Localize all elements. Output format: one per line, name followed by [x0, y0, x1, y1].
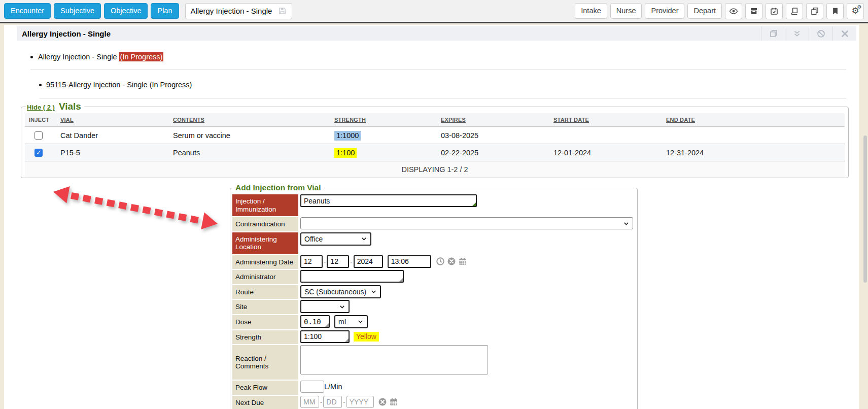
inject-checkbox[interactable]	[34, 131, 43, 140]
column-strength[interactable]: STRENGTH	[330, 113, 437, 127]
admin-date-month-input[interactable]	[300, 255, 323, 268]
admin-time-input[interactable]	[388, 255, 431, 268]
dose-input[interactable]	[300, 315, 330, 328]
contraindication-select[interactable]	[300, 217, 633, 229]
toolbar-right-group: Intake Nurse Provider Depart	[575, 3, 864, 19]
admin-date-row: Administering Date - -	[232, 255, 633, 269]
route-select[interactable]: SC (Subcutaneous)	[300, 285, 381, 298]
vial-cell: P15-5	[56, 144, 169, 161]
copy-pages-icon[interactable]	[806, 3, 823, 19]
column-start-date[interactable]: START DATE	[549, 113, 662, 127]
next-due-year-input[interactable]	[346, 396, 374, 408]
table-footer-row: DISPLAYING 1-2 / 2	[25, 161, 845, 178]
close-icon[interactable]	[832, 26, 856, 41]
panel-book-icon[interactable]	[761, 26, 785, 41]
next-due-day-input[interactable]	[323, 396, 342, 408]
scrollbar-track[interactable]	[859, 25, 868, 409]
toolbar-nav-group: Encounter Subjective Objective Plan Alle…	[4, 3, 292, 19]
vials-legend: Hide ( 2 ) Vials	[26, 101, 84, 112]
end-date-cell	[662, 127, 845, 144]
site-row: Site	[232, 300, 633, 314]
collapse-double-chevron-icon[interactable]	[785, 26, 809, 41]
active-note-button[interactable]: Allergy Injection - Single	[185, 3, 293, 19]
column-expires[interactable]: EXPIRES	[437, 113, 549, 127]
vials-header-row: INJECT VIAL CONTENTS STRENGTH EXPIRES ST…	[25, 113, 845, 127]
column-contents[interactable]: CONTENTS	[169, 113, 330, 127]
contents-cell: Peanuts	[169, 144, 330, 161]
bullet-dot	[30, 56, 33, 58]
next-due-label: Next Due	[232, 396, 298, 409]
intake-button[interactable]: Intake	[575, 3, 607, 19]
inject-checkbox[interactable]	[34, 149, 43, 157]
nurse-button[interactable]: Nurse	[610, 3, 642, 19]
chevron-down-icon	[361, 235, 367, 242]
cancel-circle-icon[interactable]	[809, 26, 832, 41]
hide-vials-link[interactable]: Hide ( 2 )	[27, 104, 55, 111]
bullet-dot	[39, 84, 42, 86]
calendar-check-icon[interactable]	[766, 3, 783, 19]
administrator-input[interactable]	[300, 270, 404, 283]
eye-icon[interactable]	[725, 3, 742, 19]
clock-icon[interactable]	[436, 257, 445, 266]
route-value: SC (Subcutaneous)	[304, 288, 366, 296]
column-end-date[interactable]: END DATE	[662, 113, 845, 127]
book-icon[interactable]	[786, 3, 803, 19]
calendar-icon[interactable]	[389, 397, 398, 406]
date-separator: -	[324, 258, 326, 265]
settings-gears-icon[interactable]: ⚙⚙	[847, 3, 864, 19]
note-status-text: Allergy Injection - Single	[38, 53, 117, 61]
administering-location-select[interactable]: Office	[300, 232, 371, 246]
arrowhead-left	[52, 183, 70, 203]
bookmark-icon[interactable]	[826, 3, 844, 19]
strength-label: Strength	[232, 330, 298, 345]
column-vial[interactable]: VIAL	[56, 113, 169, 127]
table-row: Cat Dander Serum or vaccine 1:1000 03-08…	[25, 127, 845, 144]
location-row: Administering Location Office	[232, 232, 633, 254]
vials-section: Hide ( 2 ) Vials INJECT VIAL CONTENTS ST…	[21, 101, 849, 178]
clear-date-icon[interactable]	[378, 397, 387, 406]
clear-date-icon[interactable]	[447, 257, 456, 266]
contents-cell: Serum or vaccine	[169, 127, 330, 144]
vials-title: Vials	[59, 101, 81, 112]
site-select[interactable]	[300, 300, 350, 313]
objective-button[interactable]: Objective	[104, 3, 148, 19]
chevron-down-icon	[623, 220, 630, 227]
subjective-button[interactable]: Subjective	[54, 3, 101, 19]
injection-input[interactable]	[300, 194, 477, 207]
dose-unit-select[interactable]: mL	[334, 315, 368, 328]
reaction-label: Reaction / Comments	[232, 345, 298, 380]
route-row: Route SC (Subcutaneous)	[232, 285, 633, 299]
admin-date-year-input[interactable]	[354, 255, 383, 268]
peak-flow-input[interactable]	[300, 381, 324, 393]
contraindication-label: Contraindication	[232, 217, 298, 231]
depart-button[interactable]: Depart	[687, 3, 722, 19]
add-injection-legend: Add Injection from Vial	[234, 183, 324, 192]
add-injection-section: Add Injection from Vial Injection / Immu…	[230, 183, 638, 409]
in-progress-badge: (In Progress)	[119, 52, 164, 61]
provider-button[interactable]: Provider	[645, 3, 684, 19]
note-code-text: 95115-Allergy Injection - Single (In Pro…	[46, 81, 192, 89]
reaction-comments-textarea[interactable]	[300, 345, 488, 374]
start-date-cell: 12-01-2024	[549, 144, 662, 161]
note-code-item: 95115-Allergy Injection - Single (In Pro…	[39, 81, 846, 99]
annotation-arrow	[53, 180, 256, 236]
scrollbar-thumb[interactable]	[863, 135, 867, 283]
injection-label: Injection / Immunization	[232, 194, 298, 216]
strength-input[interactable]	[300, 330, 350, 343]
strength-highlight: 1:100	[334, 148, 357, 158]
location-value: Office	[304, 235, 323, 243]
date-separator: -	[350, 258, 352, 265]
note-status-list: Allergy Injection - Single (In Progress)…	[4, 53, 859, 99]
admin-date-day-input[interactable]	[327, 255, 349, 268]
plan-button[interactable]: Plan	[151, 3, 179, 19]
archive-box-icon[interactable]	[745, 3, 762, 19]
note-status-item: Allergy Injection - Single (In Progress)	[30, 53, 846, 70]
strength-row: Strength Yellow	[232, 330, 633, 345]
expires-cell: 02-22-2025	[437, 144, 549, 161]
main-panel: Allergy Injection - Single All	[4, 25, 859, 409]
injection-row: Injection / Immunization	[232, 194, 633, 216]
next-due-month-input[interactable]	[300, 396, 319, 408]
calendar-icon[interactable]	[458, 257, 467, 266]
encounter-button[interactable]: Encounter	[4, 3, 51, 19]
panel-header-actions	[761, 26, 856, 41]
